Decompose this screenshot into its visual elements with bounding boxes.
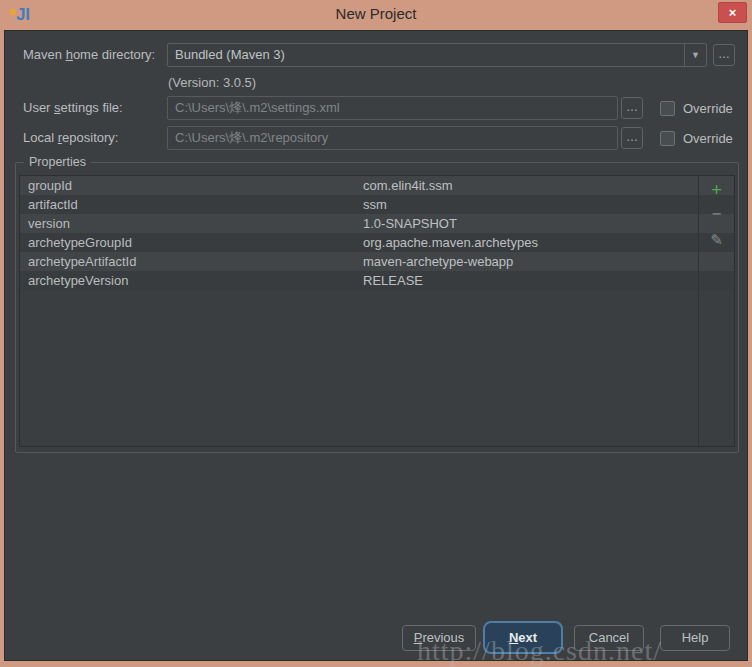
maven-home-label: Maven home directory:: [23, 46, 155, 64]
user-settings-label: User settings file:: [23, 99, 123, 117]
combo-dropdown-button[interactable]: ▼: [684, 44, 706, 66]
property-name: artifactId: [20, 197, 363, 212]
user-settings-field[interactable]: C:\Users\烽\.m2\settings.xml: [167, 96, 618, 120]
window-frame: JI New Project × Maven home directory: B…: [0, 0, 752, 667]
table-row[interactable]: archetypeVersion RELEASE: [20, 271, 734, 290]
pencil-icon: ✎: [710, 231, 723, 248]
maven-home-value: Bundled (Maven 3): [175, 44, 285, 66]
table-toolbar: + − ✎: [698, 176, 734, 446]
property-name: groupId: [20, 178, 363, 193]
plus-icon: +: [711, 179, 722, 200]
table-row[interactable]: archetypeGroupId org.apache.maven.archet…: [20, 233, 734, 252]
edit-button[interactable]: ✎: [705, 229, 729, 251]
properties-group: Properties groupId com.elin4it.ssm artif…: [15, 162, 739, 453]
property-value: maven-archetype-webapp: [363, 254, 734, 269]
properties-group-title: Properties: [24, 155, 91, 169]
table-row[interactable]: artifactId ssm: [20, 195, 734, 214]
property-value: ssm: [363, 197, 734, 212]
window-title: New Project: [0, 5, 752, 22]
chevron-down-icon: ▼: [691, 50, 700, 60]
user-settings-override-checkbox[interactable]: [660, 101, 675, 116]
property-name: archetypeVersion: [20, 273, 363, 288]
help-button[interactable]: Help: [660, 625, 730, 651]
user-settings-override-label: Override: [683, 100, 733, 117]
property-name: version: [20, 216, 363, 231]
add-button[interactable]: +: [705, 179, 729, 201]
maven-home-combobox[interactable]: Bundled (Maven 3) ▼: [167, 43, 707, 67]
local-repo-browse-button[interactable]: …: [621, 127, 643, 149]
close-icon: ×: [729, 5, 737, 20]
property-value: org.apache.maven.archetypes: [363, 235, 734, 250]
maven-home-browse-button[interactable]: …: [713, 44, 735, 66]
property-value: com.elin4it.ssm: [363, 178, 734, 193]
ellipsis-icon: …: [626, 100, 638, 114]
new-project-dialog: Maven home directory: Bundled (Maven 3) …: [4, 30, 748, 661]
local-repo-label: Local repository:: [23, 129, 118, 147]
table-row[interactable]: groupId com.elin4it.ssm: [20, 176, 734, 195]
minus-icon: −: [712, 205, 721, 222]
property-value: 1.0-SNAPSHOT: [363, 216, 734, 231]
property-name: archetypeGroupId: [20, 235, 363, 250]
local-repo-field[interactable]: C:\Users\烽\.m2\repository: [167, 126, 618, 150]
ellipsis-icon: …: [626, 130, 638, 144]
properties-table: groupId com.elin4it.ssm artifactId ssm v…: [19, 175, 735, 447]
property-value: RELEASE: [363, 273, 734, 288]
remove-button[interactable]: −: [705, 204, 729, 226]
next-button[interactable]: Next: [483, 621, 563, 654]
ellipsis-icon: …: [718, 47, 730, 61]
titlebar: JI New Project ×: [0, 0, 752, 30]
maven-version-note: (Version: 3.0.5): [168, 75, 256, 90]
user-settings-browse-button[interactable]: …: [621, 97, 643, 119]
cancel-button[interactable]: Cancel: [574, 625, 644, 651]
close-button[interactable]: ×: [718, 2, 747, 23]
local-repo-override-label: Override: [683, 130, 733, 147]
local-repo-override-checkbox[interactable]: [660, 131, 675, 146]
table-row[interactable]: archetypeArtifactId maven-archetype-weba…: [20, 252, 734, 271]
previous-button[interactable]: Previous: [402, 625, 476, 651]
table-row[interactable]: version 1.0-SNAPSHOT: [20, 214, 734, 233]
property-name: archetypeArtifactId: [20, 254, 363, 269]
